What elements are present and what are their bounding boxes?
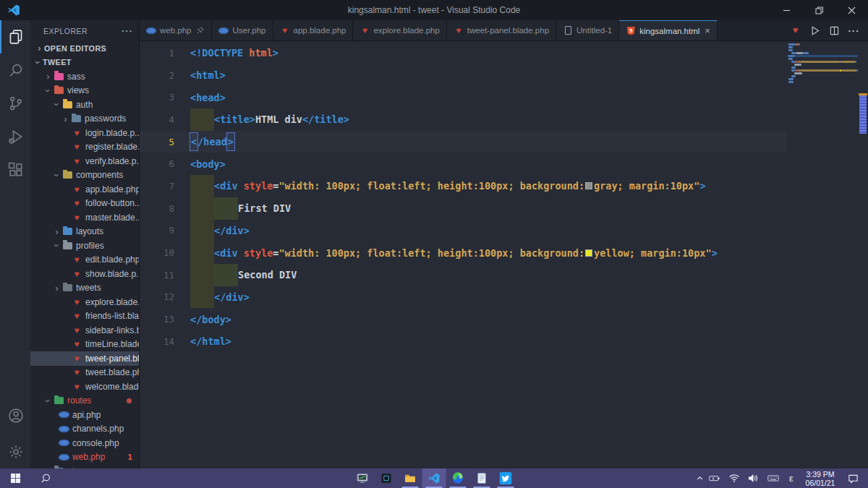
run-debug-icon[interactable] xyxy=(0,120,30,153)
language-indicator[interactable]: ε xyxy=(783,473,800,484)
code-line-8[interactable]: 8First DIV xyxy=(140,197,787,220)
taskbar-search-button[interactable] xyxy=(30,468,61,488)
task-manager-taskbar-icon[interactable] xyxy=(351,468,375,488)
code-token: </html> xyxy=(190,335,231,347)
notepad-taskbar-icon[interactable] xyxy=(470,468,494,488)
clock-time: 3:39 PM xyxy=(800,470,841,479)
twitter-taskbar-icon[interactable] xyxy=(494,468,518,488)
code-line-11[interactable]: 11Second DIV xyxy=(140,264,787,286)
tab-close-icon[interactable]: × xyxy=(705,25,710,36)
close-button[interactable] xyxy=(835,0,868,20)
tree-item-routes[interactable]: ›routes xyxy=(30,394,139,408)
search-icon[interactable] xyxy=(0,53,30,87)
tree-item-views[interactable]: ›views xyxy=(30,84,139,98)
tree-section-open-editors[interactable]: ›OPEN EDITORS xyxy=(30,41,139,56)
settings-icon[interactable] xyxy=(0,435,30,468)
chevron-up-icon[interactable] xyxy=(695,474,705,483)
tree-item-friends-list-bla-[interactable]: ♥friends-list.bla... xyxy=(30,309,139,324)
code-line-2[interactable]: 2<html> xyxy=(140,64,787,87)
line-content: <div style="width: 100px; float:left; he… xyxy=(190,241,718,264)
taskbar-clock[interactable]: 3:39 PM 06/01/21 xyxy=(800,470,841,487)
code-line-10[interactable]: 10<div style="width: 100px; float:left; … xyxy=(140,241,787,264)
split-editor-icon[interactable] xyxy=(825,25,844,36)
code-token: style xyxy=(244,180,273,192)
terminal-app-taskbar-icon[interactable] xyxy=(375,468,399,488)
code-line-12[interactable]: 12</div> xyxy=(140,286,787,309)
tree-item-show-blade-p-[interactable]: ♥show.blade.p... xyxy=(30,267,139,281)
action-center-icon[interactable] xyxy=(841,474,865,484)
tree-item-sidebar-links-bl-[interactable]: ♥sidebar-links.bl... xyxy=(30,323,139,338)
vscode-taskbar-icon[interactable] xyxy=(422,468,446,488)
tab-app-blade-php[interactable]: ♥app.blade.php xyxy=(273,20,354,40)
tree-item-verify-blade-p-[interactable]: ♥verify.blade.p... xyxy=(30,154,139,168)
tab-web-php[interactable]: web.php xyxy=(140,20,212,40)
tree-item-passwords[interactable]: ›passwords xyxy=(30,112,139,127)
code-line-4[interactable]: 4<title>HTML div</title> xyxy=(140,108,787,131)
editor: 1<!DOCTYPE html>2<html>3<head>4<title>HT… xyxy=(140,41,868,468)
line-number: 8 xyxy=(140,203,190,214)
account-icon[interactable] xyxy=(0,399,30,432)
tree-item-master-blade-[interactable]: ♥master.blade.... xyxy=(30,210,139,225)
code-line-14[interactable]: 14</html> xyxy=(140,330,787,353)
explorer-more-actions-icon[interactable]: ··· xyxy=(122,25,133,36)
volume-icon[interactable] xyxy=(744,474,763,483)
tree-item-channels-php[interactable]: channels.php xyxy=(30,422,139,437)
source-control-icon[interactable] xyxy=(0,87,30,120)
tree-item-auth[interactable]: ›auth xyxy=(30,98,139,112)
code-line-7[interactable]: 7<div style="width: 100px; float:left; h… xyxy=(140,175,787,197)
tab-explore-blade-php[interactable]: ♥explore.blade.php xyxy=(353,20,446,40)
run-icon[interactable] xyxy=(805,25,825,36)
minimap-line xyxy=(787,49,858,51)
keyboard-icon[interactable] xyxy=(763,474,783,483)
tree-item-explore-blade-[interactable]: ♥explore.blade.... xyxy=(30,295,139,309)
tree-item-tweets[interactable]: ›tweets xyxy=(30,281,139,296)
tree-section-tweet[interactable]: ›TWEET xyxy=(30,56,139,70)
code-line-13[interactable]: 13</body> xyxy=(140,308,787,330)
edge-taskbar-icon[interactable] xyxy=(446,468,470,488)
tree-item-tweet-panel-bl-[interactable]: ♥tweet-panel.bl... xyxy=(30,351,139,366)
code-line-1[interactable]: 1<!DOCTYPE html> xyxy=(140,42,787,64)
indent-highlight xyxy=(190,175,214,197)
tab-user-php[interactable]: User.php xyxy=(212,20,273,40)
wifi-icon[interactable] xyxy=(724,474,744,483)
pin-icon[interactable] xyxy=(196,26,205,35)
restore-button[interactable] xyxy=(803,0,835,20)
tab-kingsalman-html[interactable]: 5kingsalman.html× xyxy=(619,20,718,40)
tree-item-profiles[interactable]: ›profiles xyxy=(30,239,139,253)
file-explorer-taskbar-icon[interactable] xyxy=(399,468,422,488)
explorer-icon[interactable] xyxy=(0,20,30,53)
tree-item-app-blade-php[interactable]: ♥app.blade.php xyxy=(30,182,139,197)
minimap[interactable] xyxy=(787,41,858,468)
battery-icon[interactable] xyxy=(705,474,724,483)
scrollbar-thumb[interactable] xyxy=(859,95,867,134)
tree-item-register-blade-[interactable]: ♥register.blade... xyxy=(30,140,139,155)
tree-item-welcome-blade-[interactable]: ♥welcome.blade... xyxy=(30,380,139,394)
php-icon xyxy=(146,27,156,34)
tab-tweet-panel-blade-php[interactable]: ♥tweet-panel.blade.php xyxy=(447,20,556,40)
tree-item-timeline-blade-[interactable]: ♥timeLine.blade.... xyxy=(30,338,139,352)
chevron-right-icon: › xyxy=(52,283,61,293)
tree-item-edit-blade-php[interactable]: ♥edit.blade.php xyxy=(30,253,139,267)
code-line-3[interactable]: 3<head> xyxy=(140,86,787,108)
code-line-5[interactable]: 5</head> xyxy=(140,131,787,153)
tree-item-follow-button-[interactable]: ♥follow-button... xyxy=(30,197,139,211)
editor-scrollbar[interactable] xyxy=(858,41,868,468)
tree-item-console-php[interactable]: console.php xyxy=(30,436,139,450)
code-area[interactable]: 1<!DOCTYPE html>2<html>3<head>4<title>HT… xyxy=(140,41,787,468)
tree-item-web-php[interactable]: web.php1 xyxy=(30,450,139,465)
more-icon[interactable]: ··· xyxy=(844,25,864,36)
blade-run-icon[interactable]: ♥ xyxy=(786,26,805,35)
code-line-9[interactable]: 9</div> xyxy=(140,220,787,242)
tree-item-layouts[interactable]: ›layouts xyxy=(30,225,139,239)
extensions-icon[interactable] xyxy=(0,153,30,187)
code-token: style xyxy=(244,247,273,259)
tree-item-api-php[interactable]: api.php xyxy=(30,408,139,422)
tab-untitled-1[interactable]: Untitled-1 xyxy=(556,20,619,40)
tree-item-components[interactable]: ›components xyxy=(30,168,139,183)
start-button[interactable] xyxy=(0,468,30,488)
code-line-6[interactable]: 6<body> xyxy=(140,153,787,175)
tree-item-login-blade-p-[interactable]: ♥login.blade.p... xyxy=(30,126,139,140)
minimize-button[interactable] xyxy=(770,0,803,20)
tree-item-sass[interactable]: ›sass xyxy=(30,69,139,84)
tree-item-tweet-blade-php[interactable]: ♥tweet.blade.php xyxy=(30,366,139,380)
